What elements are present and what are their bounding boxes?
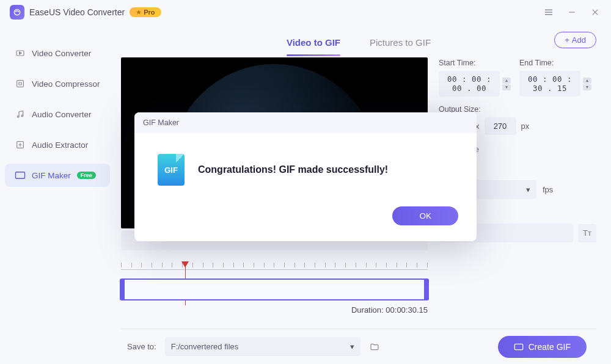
titlebar-left: EaseUS Video Converter Pro xyxy=(10,5,161,20)
end-time-input[interactable]: 00 : 00 : 30 . 15 xyxy=(519,71,580,96)
gif-maker-icon xyxy=(15,170,26,181)
duration-label: Duration: xyxy=(351,305,384,315)
end-time-down[interactable]: ▼ xyxy=(583,84,591,90)
timeline: Duration: 00:00:30.15 xyxy=(121,263,428,315)
sidebar: Video Converter Video Compressor Audio C… xyxy=(0,24,115,364)
svg-point-9 xyxy=(17,116,19,118)
titlebar-controls xyxy=(543,6,601,18)
chevron-down-icon: ▾ xyxy=(526,185,530,194)
pro-badge: Pro xyxy=(130,7,161,17)
pro-label: Pro xyxy=(144,9,155,16)
svg-rect-13 xyxy=(514,344,522,349)
sidebar-item-audio-converter[interactable]: Audio Converter xyxy=(5,103,110,126)
output-height-input[interactable]: 270 xyxy=(485,117,516,135)
create-gif-button[interactable]: Create GIF xyxy=(498,336,587,358)
sidebar-item-video-converter[interactable]: Video Converter xyxy=(5,42,110,65)
success-modal: GIF Maker GIF Congratulations! GIF made … xyxy=(134,112,477,241)
svg-point-0 xyxy=(14,9,20,15)
range-handle-end[interactable] xyxy=(424,278,429,300)
sidebar-item-label: GIF Maker xyxy=(32,171,71,180)
sidebar-item-label: Audio Converter xyxy=(32,110,92,119)
duration-row: Duration: 00:00:30.15 xyxy=(121,305,428,315)
chevron-down-icon: ▾ xyxy=(350,342,354,351)
duration-value: 00:00:30.15 xyxy=(386,305,428,315)
playhead[interactable] xyxy=(185,261,189,268)
range-selector[interactable] xyxy=(121,278,428,300)
audio-extractor-icon xyxy=(15,139,26,150)
px-unit: px xyxy=(521,122,530,131)
add-label: Add xyxy=(572,35,586,45)
end-time-up[interactable]: ▲ xyxy=(583,78,591,84)
timeline-ruler[interactable] xyxy=(121,263,428,275)
fps-unit: fps xyxy=(543,185,553,194)
plus-icon: + xyxy=(565,35,569,45)
svg-rect-12 xyxy=(16,172,25,179)
open-folder-button[interactable] xyxy=(365,338,384,356)
titlebar: EaseUS Video Converter Pro xyxy=(0,0,611,24)
end-time-label: End Time: xyxy=(519,59,591,67)
sidebar-item-label: Video Compressor xyxy=(32,79,100,89)
create-gif-label: Create GIF xyxy=(529,342,571,352)
app-title: EaseUS Video Converter xyxy=(29,7,125,17)
sidebar-item-label: Audio Extractor xyxy=(32,140,88,150)
add-button[interactable]: + Add xyxy=(554,32,596,48)
footer: Save to: F:/convertered files ▾ Create G… xyxy=(121,329,596,364)
sidebar-item-label: Video Converter xyxy=(32,49,91,58)
free-badge: Free xyxy=(77,172,96,179)
modal-title: GIF Maker xyxy=(134,112,477,133)
start-time-label: Start Time: xyxy=(439,59,511,67)
video-compressor-icon xyxy=(15,78,26,89)
start-time-down[interactable]: ▼ xyxy=(502,84,511,90)
save-to-label: Save to: xyxy=(127,342,156,351)
minimize-button[interactable] xyxy=(566,6,578,18)
range-handle-start[interactable] xyxy=(120,278,125,300)
audio-converter-icon xyxy=(15,109,26,120)
svg-point-10 xyxy=(21,115,23,117)
ok-button[interactable]: OK xyxy=(392,206,458,225)
video-converter-icon xyxy=(15,48,26,59)
start-time-up[interactable]: ▲ xyxy=(502,78,511,84)
menu-icon[interactable] xyxy=(543,6,555,18)
start-time-input[interactable]: 00 : 00 : 00 . 00 xyxy=(439,71,500,96)
svg-rect-8 xyxy=(17,81,24,87)
tabs-row: Video to GIF Pictures to GIF + Add xyxy=(121,27,596,57)
tab-video-to-gif[interactable]: Video to GIF xyxy=(287,34,340,51)
modal-message: Congratulations! GIF made successfully! xyxy=(198,164,388,175)
app-logo-icon xyxy=(10,5,24,20)
save-path-value: F:/convertered files xyxy=(171,342,239,351)
sidebar-item-gif-maker[interactable]: GIF Maker Free xyxy=(5,164,110,187)
sidebar-item-audio-extractor[interactable]: Audio Extractor xyxy=(5,133,110,156)
tab-pictures-to-gif[interactable]: Pictures to GIF xyxy=(370,34,431,51)
gif-file-icon: GIF xyxy=(158,154,185,186)
text-style-button[interactable]: Tт xyxy=(578,224,596,242)
sidebar-item-video-compressor[interactable]: Video Compressor xyxy=(5,72,110,95)
close-button[interactable] xyxy=(589,6,601,18)
save-path-select[interactable]: F:/convertered files ▾ xyxy=(165,337,360,356)
